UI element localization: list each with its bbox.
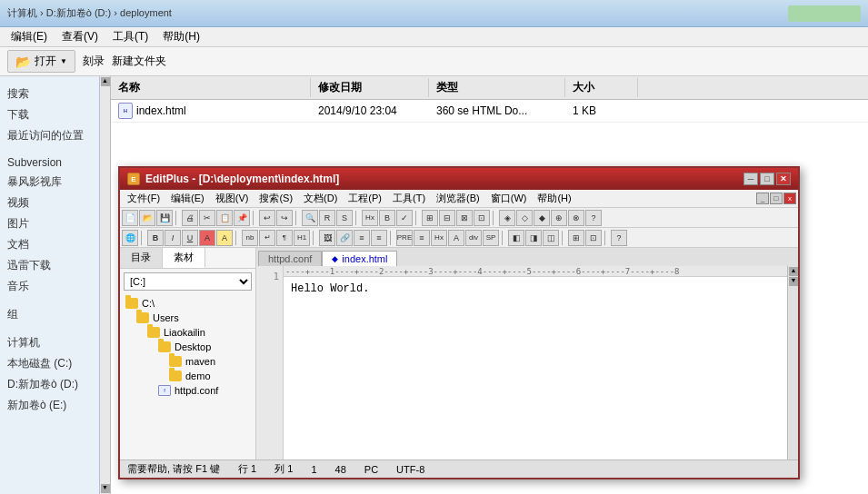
tb-search[interactable]: S <box>336 210 353 226</box>
minimize-button[interactable]: ─ <box>743 173 758 185</box>
tree-item-maven[interactable]: maven <box>122 354 254 369</box>
tb2-m2[interactable]: ⊡ <box>585 230 602 246</box>
tb-paste[interactable]: 📌 <box>234 210 250 226</box>
tb2-q[interactable]: ? <box>611 230 627 246</box>
menu-tools[interactable]: 工具(T) <box>105 27 155 46</box>
tb2-img[interactable]: 🖼 <box>319 230 335 246</box>
sidebar-item-d-drive[interactable]: D:新加卷ò (D:) <box>4 374 95 395</box>
ep-menu-help[interactable]: 帮助(H) <box>532 191 576 206</box>
tb2-H1[interactable]: H1 <box>294 230 310 246</box>
tb2-align-r[interactable]: ≡ <box>371 230 387 246</box>
tb2-browser[interactable]: 🌐 <box>122 230 138 246</box>
drive-select[interactable]: [C:] <box>124 272 252 291</box>
tb-redo[interactable]: ↪ <box>276 210 293 226</box>
code-editor[interactable]: Hello World. <box>284 277 787 459</box>
ep-menu-edit[interactable]: 编辑(E) <box>165 191 210 206</box>
tb2-A2[interactable]: A <box>448 230 464 246</box>
sidebar-item-video[interactable]: 视频 <box>4 193 95 213</box>
tb-copy[interactable]: 📋 <box>216 210 233 226</box>
ep-close-btn[interactable]: x <box>783 193 796 204</box>
sidebar-item-music[interactable]: 音乐 <box>4 276 95 297</box>
tb2-highlight[interactable]: A <box>216 230 233 246</box>
tb-tbl[interactable]: ⊞ <box>422 210 438 226</box>
sidebar-item-doc[interactable]: 文档 <box>4 234 95 255</box>
sidebar-item-xunlei[interactable]: 迅雷下载 <box>4 255 95 276</box>
editor-tab-index[interactable]: ◆ index.html <box>322 251 397 266</box>
tb2-align-l[interactable]: ≡ <box>354 230 370 246</box>
ep-min-btn[interactable]: _ <box>756 193 769 204</box>
tb-more4[interactable]: ⊕ <box>551 210 567 226</box>
sidebar-item-c-drive[interactable]: 本地磁盘 (C:) <box>4 353 95 374</box>
tree-item-httpd[interactable]: f httpd.conf <box>122 383 254 398</box>
tb2-italic[interactable]: I <box>165 230 181 246</box>
tb-more1[interactable]: ◈ <box>499 210 515 226</box>
tab-material[interactable]: 素材 <box>163 248 205 268</box>
tb2-list[interactable]: ≡ <box>414 230 430 246</box>
open-button[interactable]: 📂 打开 ▼ <box>7 50 75 73</box>
tb2-para[interactable]: ¶ <box>276 230 293 246</box>
tb-check[interactable]: ✓ <box>396 210 413 226</box>
tb-print[interactable]: 🖨 <box>182 210 198 226</box>
tb2-link[interactable]: 🔗 <box>336 230 353 246</box>
tb2-Hx2[interactable]: Hx <box>431 230 447 246</box>
tb-tbl2[interactable]: ⊟ <box>439 210 455 226</box>
tb2-color[interactable]: A <box>199 230 215 246</box>
menu-help[interactable]: 帮助(H) <box>155 27 207 46</box>
sidebar-item-computer[interactable]: 计算机 <box>4 332 95 353</box>
editor-scrollbar-v[interactable]: ▲ ▼ <box>787 266 798 459</box>
sidebar-item-image[interactable]: 图片 <box>4 213 95 234</box>
tb-undo[interactable]: ↩ <box>259 210 275 226</box>
tb-more6[interactable]: ? <box>585 210 602 226</box>
tab-directory[interactable]: 目录 <box>120 248 163 268</box>
tree-item-demo[interactable]: demo <box>122 369 254 383</box>
sidebar-item-recent[interactable]: 最近访问的位置 <box>4 125 95 146</box>
menu-view[interactable]: 查看(V) <box>55 27 105 46</box>
tb2-div[interactable]: div <box>465 230 482 246</box>
file-row[interactable]: H index.html 2014/9/10 23:04 360 se HTML… <box>111 100 868 123</box>
tb2-more3[interactable]: ◫ <box>543 230 559 246</box>
close-button[interactable]: ✕ <box>776 173 791 185</box>
tb2-pre[interactable]: PRE <box>396 230 413 246</box>
tb2-m1[interactable]: ⊞ <box>568 230 584 246</box>
tb2-nb[interactable]: nb <box>242 230 258 246</box>
tree-item-c[interactable]: C:\ <box>122 296 254 311</box>
tb2-underline[interactable]: U <box>182 230 198 246</box>
sidebar-scrollbar[interactable]: ▲ ▼ <box>100 76 111 494</box>
ep-max-btn[interactable]: □ <box>770 193 783 204</box>
tb2-more2[interactable]: ◨ <box>525 230 542 246</box>
tree-item-liaokailin[interactable]: Liaokailin <box>122 325 254 340</box>
ep-menu-doc[interactable]: 文档(D) <box>298 191 343 206</box>
tb-more5[interactable]: ⊗ <box>568 210 584 226</box>
tb-open[interactable]: 📂 <box>139 210 155 226</box>
sidebar-item-download[interactable]: 下载 <box>4 104 95 125</box>
menu-edit[interactable]: 编辑(E) <box>4 27 55 46</box>
editor-tab-httpd[interactable]: httpd.conf <box>258 251 322 266</box>
sidebar-item-baofeng[interactable]: 暴风影视库 <box>4 172 95 193</box>
tree-item-desktop[interactable]: Desktop <box>122 340 254 354</box>
tb-more2[interactable]: ◇ <box>516 210 533 226</box>
tb-find[interactable]: 🔍 <box>302 210 318 226</box>
tb-new[interactable]: 📄 <box>122 210 138 226</box>
ep-menu-window[interactable]: 窗口(W) <box>485 191 533 206</box>
tb2-bold[interactable]: B <box>147 230 164 246</box>
sidebar-item-svn[interactable]: Subversion <box>4 153 95 172</box>
sidebar-item-search[interactable]: 搜索 <box>4 84 95 104</box>
tb-replace[interactable]: R <box>319 210 335 226</box>
sidebar-item-group[interactable]: 组 <box>4 304 95 325</box>
tb-save[interactable]: 💾 <box>156 210 173 226</box>
ep-menu-view[interactable]: 视图(V) <box>210 191 254 206</box>
tb-cut[interactable]: ✂ <box>199 210 215 226</box>
maximize-button[interactable]: □ <box>760 173 774 185</box>
tb-bold[interactable]: B <box>379 210 395 226</box>
tb2-br[interactable]: ↵ <box>259 230 275 246</box>
ep-menu-search[interactable]: 搜索(S) <box>254 191 298 206</box>
tb2-more1[interactable]: ◧ <box>508 230 524 246</box>
ep-menu-tools[interactable]: 工具(T) <box>387 191 431 206</box>
tb-more3[interactable]: ◆ <box>534 210 550 226</box>
tb2-SP[interactable]: SP <box>483 230 499 246</box>
tb-Hx[interactable]: Hx <box>362 210 378 226</box>
ep-menu-file[interactable]: 文件(F) <box>122 191 165 206</box>
ep-menu-project[interactable]: 工程(P) <box>343 191 387 206</box>
sidebar-item-e-drive[interactable]: 新加卷ò (E:) <box>4 395 95 416</box>
ep-menu-browser[interactable]: 浏览器(B) <box>431 191 485 206</box>
